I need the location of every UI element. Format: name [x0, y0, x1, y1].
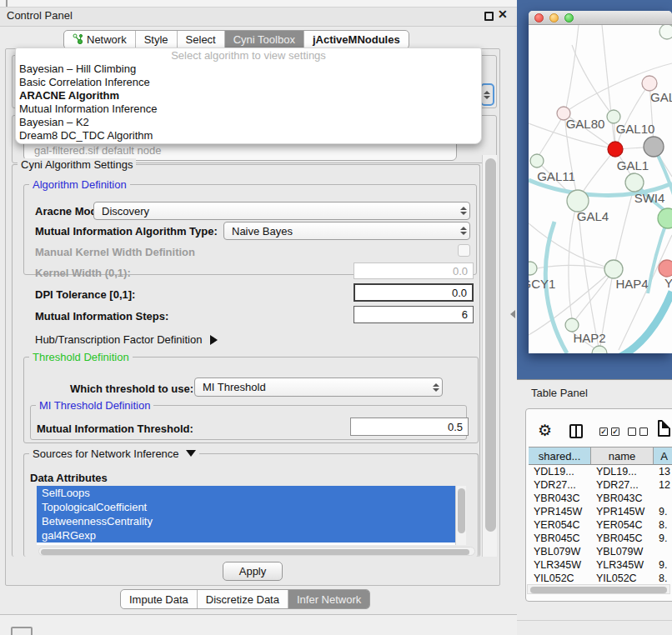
float-icon[interactable]: [484, 12, 494, 21]
manual-kernel-checkbox[interactable]: [458, 244, 470, 257]
network-window-titlebar[interactable]: [529, 11, 672, 25]
table-cell[interactable]: [654, 492, 672, 505]
kernel-width-field[interactable]: 0.0: [354, 262, 474, 279]
select-all-checkbox-icon[interactable]: ✓: [611, 428, 619, 436]
column-header-shared[interactable]: shared...: [529, 447, 591, 465]
settings-gear-icon[interactable]: ⚙: [538, 421, 552, 440]
deselect-all-checkbox-icon[interactable]: [628, 428, 636, 436]
table-cell[interactable]: YLR345W: [591, 558, 654, 572]
table-cell[interactable]: YER054C: [591, 518, 654, 532]
network-node[interactable]: [625, 173, 644, 192]
mi-threshold-field[interactable]: 0.5: [350, 418, 469, 436]
attribute-list-item[interactable]: gal4RGexp: [37, 528, 455, 542]
table-horizontal-scrollbar-thumb[interactable]: [530, 587, 667, 593]
table-cell[interactable]: YLR345W: [529, 558, 591, 572]
table-horizontal-scrollbar[interactable]: [527, 584, 670, 594]
algorithm-option[interactable]: Bayesian – K2: [16, 116, 481, 129]
network-node[interactable]: [604, 260, 623, 278]
network-node[interactable]: [659, 25, 672, 39]
column-header-A[interactable]: A: [654, 447, 672, 465]
zoom-button[interactable]: [564, 13, 574, 22]
network-node[interactable]: [658, 208, 672, 228]
table-cell[interactable]: 9.: [654, 505, 672, 518]
partial-button[interactable]: [11, 627, 33, 635]
tab-network[interactable]: Network: [64, 31, 136, 48]
column-header-name[interactable]: name: [591, 447, 654, 465]
table-row[interactable]: YBR045CYBR045C9.: [529, 532, 672, 545]
table-cell[interactable]: [654, 545, 672, 558]
mi-type-combo[interactable]: Naive Bayes: [223, 222, 470, 240]
table-cell[interactable]: YBR043C: [529, 492, 591, 505]
tab-impute-data[interactable]: Impute Data: [121, 590, 198, 608]
close-icon[interactable]: ✕: [498, 8, 508, 21]
table-cell[interactable]: YBR045C: [529, 532, 591, 545]
table-cell[interactable]: YIL052C: [529, 572, 591, 583]
tab-style[interactable]: Style: [136, 31, 178, 48]
table-row[interactable]: YIL052CYIL052C8.: [529, 572, 672, 583]
attribute-list-item[interactable]: SelfLoops: [37, 486, 455, 500]
table-row[interactable]: YDR27...YDR27...12: [529, 478, 672, 492]
table-cell[interactable]: 12: [654, 478, 672, 492]
algorithm-option[interactable]: ARACNE Algorithm: [16, 89, 481, 102]
minimize-button[interactable]: [549, 13, 559, 22]
table-cell[interactable]: YDR27...: [529, 478, 591, 492]
which-threshold-combo[interactable]: MI Threshold: [194, 378, 443, 397]
attribute-list-scrollbar-thumb[interactable]: [458, 488, 465, 533]
table-cell[interactable]: YBL079W: [591, 545, 654, 558]
settings-horizontal-scrollbar-thumb[interactable]: [41, 549, 469, 555]
network-node[interactable]: [644, 137, 664, 157]
column-layout-icon[interactable]: [569, 424, 583, 438]
panel-collapse-arrow[interactable]: [510, 310, 515, 318]
table-row[interactable]: YDL19...YDL19...13: [529, 465, 672, 478]
network-node[interactable]: [565, 318, 579, 332]
table-cell[interactable]: YER054C: [529, 518, 591, 532]
table-row[interactable]: YLR345WYLR345W9.: [529, 558, 672, 572]
tab-jactivemnodules[interactable]: jActiveMNodules: [304, 31, 409, 48]
table-cell[interactable]: 8.: [654, 518, 672, 532]
table-cell[interactable]: YIL052C: [591, 572, 654, 583]
table-cell[interactable]: YDL19...: [529, 465, 591, 478]
settings-vertical-scrollbar-thumb[interactable]: [485, 158, 496, 532]
network-canvas[interactable]: GALGAL80GAL10GAL1GAL11SWI4GAL4GCY1HAP4YH…: [529, 25, 672, 353]
sources-group-title[interactable]: Sources for Network Inference: [29, 448, 199, 460]
table-cell[interactable]: 9.: [654, 558, 672, 572]
mi-steps-field[interactable]: 6: [354, 306, 474, 323]
settings-vertical-scrollbar[interactable]: [482, 155, 497, 557]
hub-definition-toggle[interactable]: Hub/Transcription Factor Definition: [35, 333, 218, 346]
attribute-list-item[interactable]: TopologicalCoefficient: [37, 500, 455, 514]
table-row[interactable]: YPR145WYPR145W9.: [529, 505, 672, 518]
select-all-checkbox-icon[interactable]: ✓: [599, 428, 608, 436]
table-cell[interactable]: YDL19...: [591, 465, 654, 478]
aracne-mode-combo[interactable]: Discovery: [93, 202, 470, 220]
deselect-all-checkbox-icon[interactable]: [639, 428, 648, 436]
network-node[interactable]: [529, 262, 537, 275]
table-cell[interactable]: 8.: [654, 572, 672, 583]
table-row[interactable]: YER054CYER054C8.: [529, 518, 672, 532]
algorithm-option[interactable]: Basic Correlation Inference: [16, 76, 481, 89]
table-cell[interactable]: 13: [654, 465, 672, 478]
table-row[interactable]: YBL079WYBL079W: [529, 545, 672, 558]
algorithm-option[interactable]: Dream8 DC_TDC Algorithm: [16, 129, 481, 142]
tab-cyni-toolbox[interactable]: Cyni Toolbox: [225, 31, 304, 48]
table-cell[interactable]: 9.: [654, 532, 672, 545]
algorithm-option[interactable]: Bayesian – Hill Climbing: [16, 62, 481, 76]
table-cell[interactable]: YBR043C: [591, 492, 654, 505]
network-node[interactable]: [592, 346, 607, 353]
network-node[interactable]: [659, 260, 672, 277]
table-row[interactable]: YBR043CYBR043C: [529, 492, 672, 505]
attribute-list-scrollbar[interactable]: [455, 486, 466, 545]
table-cell[interactable]: YBL079W: [529, 545, 591, 558]
tab-discretize-data[interactable]: Discretize Data: [198, 590, 288, 608]
settings-horizontal-scrollbar[interactable]: [38, 547, 475, 556]
network-node[interactable]: [530, 154, 544, 168]
network-node[interactable]: [608, 142, 623, 157]
tab-select[interactable]: Select: [178, 31, 225, 48]
table-cell[interactable]: YBR045C: [591, 532, 654, 545]
algorithm-option[interactable]: Mutual Information Inference: [16, 102, 481, 116]
attribute-list-item[interactable]: BetweennessCentrality: [37, 514, 455, 528]
table-cell[interactable]: YPR145W: [529, 505, 591, 518]
table-cell[interactable]: YPR145W: [591, 505, 654, 518]
close-button[interactable]: [534, 13, 544, 22]
tab-infer-network[interactable]: Infer Network: [288, 590, 369, 608]
combo-stepper-focused[interactable]: [480, 83, 494, 106]
